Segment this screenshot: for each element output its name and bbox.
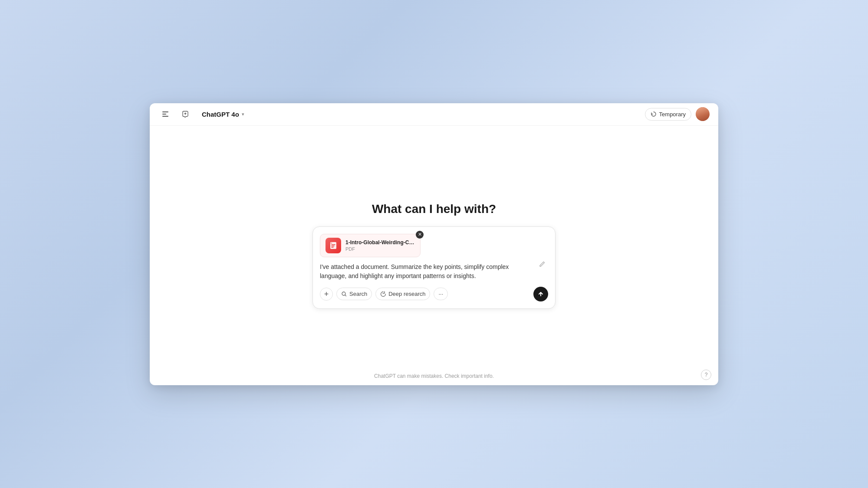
message-text: I've attached a document. Summarize the … [320,262,548,281]
attachment-type: PDF [345,246,415,252]
search-label: Search [349,291,367,297]
main-content: What can I help with? 1-Intro-Global-Wei… [150,126,718,385]
avatar-image [696,107,710,121]
top-bar: ChatGPT 4o ▾ Temporary [150,103,718,126]
add-button[interactable]: + [320,288,333,301]
svg-rect-2 [162,116,168,117]
temporary-button[interactable]: Temporary [645,108,691,121]
sidebar-toggle-button[interactable] [158,107,172,121]
send-button[interactable] [533,287,548,301]
avatar[interactable] [696,107,710,121]
temporary-label: Temporary [659,111,686,118]
remove-attachment-button[interactable]: ✕ [416,231,424,239]
loop-icon [651,111,657,117]
more-options-button[interactable]: ··· [434,288,448,300]
disclaimer-text: ChatGPT can make mistakes. Check importa… [374,373,494,379]
deep-research-label: Deep research [388,291,425,297]
attachment-chip: 1-Intro-Global-Weirding-Canavan-H... PDF… [320,234,421,257]
model-name-label: ChatGPT 4o [202,111,239,118]
new-chat-button[interactable] [178,107,192,121]
chevron-down-icon: ▾ [242,111,244,117]
page-title: What can I help with? [372,202,496,216]
send-icon [537,291,544,298]
search-button[interactable]: Search [336,288,372,300]
more-icon: ··· [438,291,443,297]
pdf-icon [326,238,341,253]
search-icon [341,291,347,297]
edit-message-button[interactable] [536,258,548,270]
svg-rect-1 [162,114,166,115]
add-icon: + [324,290,329,298]
attachment-name: 1-Intro-Global-Weirding-Canavan-H... [345,239,415,246]
chat-input-box: 1-Intro-Global-Weirding-Canavan-H... PDF… [312,226,556,309]
footer-disclaimer: ChatGPT can make mistakes. Check importa… [374,373,494,379]
top-bar-right: Temporary [645,107,710,121]
help-button[interactable]: ? [701,370,711,380]
deep-research-icon [380,291,386,297]
attachment-info: 1-Intro-Global-Weirding-Canavan-H... PDF [345,239,415,252]
deep-research-button[interactable]: Deep research [375,288,430,300]
toolbar: + Search Deep research [320,287,548,301]
model-selector-button[interactable]: ChatGPT 4o ▾ [198,109,248,120]
top-bar-left: ChatGPT 4o ▾ [158,107,248,121]
browser-window: ChatGPT 4o ▾ Temporary What can I help w… [150,103,718,385]
svg-rect-0 [162,111,168,112]
